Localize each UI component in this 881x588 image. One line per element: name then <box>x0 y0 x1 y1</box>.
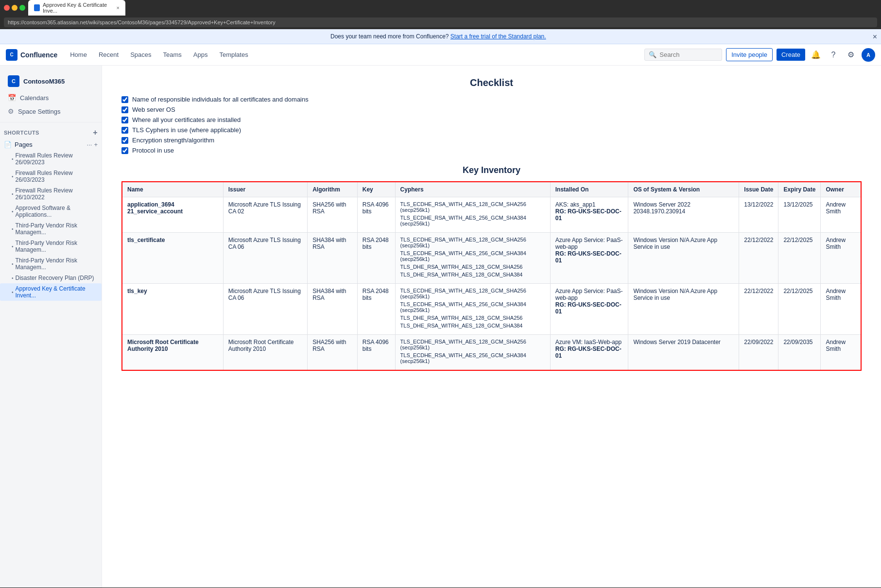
settings-icon: ⚙ <box>8 107 14 115</box>
tab-close-icon[interactable]: × <box>117 5 120 11</box>
checklist-checkbox[interactable] <box>121 137 128 144</box>
brand-icon: C <box>8 75 19 87</box>
checklist-item-label: Protocol in use <box>132 147 174 154</box>
logo-text: Confluence <box>20 51 57 59</box>
sidebar-brand[interactable]: C ContosoM365 <box>4 71 98 91</box>
checklist-checkbox[interactable] <box>121 117 128 123</box>
table-cell-issue-date: 22/12/2022 <box>739 284 778 335</box>
table-cell-expiry-date: 22/09/2035 <box>778 335 821 371</box>
settings-icon[interactable]: ⚙ <box>844 48 858 62</box>
checklist-checkbox[interactable] <box>121 127 128 134</box>
checklist-item: TLS Cyphers in use (where applicable) <box>121 125 862 135</box>
checklist-item-label: Web server OS <box>132 106 175 113</box>
table-header: Cyphers <box>395 182 550 197</box>
browser-tab[interactable]: Approved Key & Certificate Inve... × <box>28 0 125 16</box>
checklist-item-label: Name of responsible individuals for all … <box>132 96 309 103</box>
page-tree-item[interactable]: Third-Party Vendor Risk Managem... <box>0 238 102 255</box>
page-tree-item[interactable]: Approved Key & Certificate Invent... <box>0 283 102 301</box>
table-cell-os: Windows Version N/A Azure App Service in… <box>628 233 739 284</box>
table-cell-algorithm: SHA256 with RSA <box>308 335 358 371</box>
table-cell-cyphers: TLS_ECDHE_RSA_WITH_AES_128_GCM_SHA256 (s… <box>395 197 550 233</box>
checklist-item-label: Encryption strength/algorithm <box>132 137 214 144</box>
table-row: application_3694 21_service_accountMicro… <box>122 197 861 233</box>
nav-right: 🔍 Invite people Create 🔔 ? ⚙ A <box>644 48 875 62</box>
table-cell-installed-on: AKS: aks_app1RG: RG-UKS-SEC-DOC-01 <box>550 197 628 233</box>
pages-add-icon[interactable]: + <box>94 141 98 148</box>
search-box[interactable]: 🔍 <box>644 49 722 61</box>
calendar-icon: 📅 <box>8 94 16 102</box>
shortcuts-add-icon[interactable]: + <box>93 128 98 137</box>
table-cell-name: tls_certificate <box>122 233 223 284</box>
table-row: tls_keyMicrosoft Azure TLS Issuing CA 06… <box>122 284 861 335</box>
table-cell-issue-date: 13/12/2022 <box>739 197 778 233</box>
key-inventory-table: NameIssuerAlgorithmKeyCyphersInstalled O… <box>121 181 862 371</box>
search-input[interactable] <box>659 51 718 58</box>
table-cell-name: tls_key <box>122 284 223 335</box>
upgrade-banner: Does your team need more from Confluence… <box>0 29 881 44</box>
notifications-icon[interactable]: 🔔 <box>809 48 823 62</box>
banner-link[interactable]: Start a free trial of the Standard plan. <box>450 33 546 40</box>
checklist-item: Web server OS <box>121 104 862 115</box>
table-cell-algorithm: SHA256 with RSA <box>308 197 358 233</box>
confluence-logo: C Confluence <box>6 49 57 61</box>
window-min-btn[interactable] <box>12 5 17 11</box>
pages-icon: 📄 <box>4 141 12 148</box>
table-cell-cyphers: TLS_ECDHE_RSA_WITH_AES_128_GCM_SHA256 (s… <box>395 335 550 371</box>
sidebar-brand-section: C ContosoM365 <box>0 71 102 91</box>
help-icon[interactable]: ? <box>827 48 840 62</box>
invite-people-button[interactable]: Invite people <box>726 48 773 61</box>
pages-header: 📄 Pages ··· + <box>0 139 102 150</box>
create-button[interactable]: Create <box>777 49 805 61</box>
pages-more-icon[interactable]: ··· <box>87 141 92 148</box>
banner-text: Does your team need more from Confluence… <box>330 33 449 40</box>
table-cell-owner: Andrew Smith <box>821 197 861 233</box>
nav-apps[interactable]: Apps <box>189 48 213 61</box>
logo-icon: C <box>6 49 17 61</box>
address-input[interactable] <box>4 17 877 27</box>
checklist-item: Where all your certificates are installe… <box>121 115 862 125</box>
page-tree-item[interactable]: Disaster Recovery Plan (DRP) <box>0 273 102 283</box>
page-tree-item[interactable]: Third-Party Vendor Risk Managem... <box>0 220 102 238</box>
table-header: Name <box>122 182 223 197</box>
page-tree-item[interactable]: Firewall Rules Review 26/09/2023 <box>0 150 102 168</box>
sidebar-item-calendars[interactable]: 📅 Calendars <box>4 91 98 104</box>
window-close-btn[interactable] <box>4 5 10 11</box>
checklist-checkbox[interactable] <box>121 96 128 103</box>
calendars-label: Calendars <box>20 94 49 102</box>
table-cell-os: Windows Server 2019 Datacenter <box>628 335 739 371</box>
table-cell-issuer: Microsoft Azure TLS Issuing CA 06 <box>223 284 307 335</box>
nav-teams[interactable]: Teams <box>158 48 187 61</box>
page-tree-item[interactable]: Firewall Rules Review 26/10/2022 <box>0 185 102 203</box>
nav-recent[interactable]: Recent <box>94 48 123 61</box>
table-cell-issue-date: 22/12/2022 <box>739 233 778 284</box>
user-avatar[interactable]: A <box>862 48 875 62</box>
table-header: Expiry Date <box>778 182 821 197</box>
window-max-btn[interactable] <box>19 5 25 11</box>
table-cell-algorithm: SHA384 with RSA <box>308 233 358 284</box>
table-cell-os: Windows Server 2022 20348.1970.230914 <box>628 197 739 233</box>
nav-spaces[interactable]: Spaces <box>125 48 156 61</box>
nav-templates[interactable]: Templates <box>214 48 253 61</box>
table-cell-algorithm: SHA384 with RSA <box>308 284 358 335</box>
pages-label[interactable]: Pages <box>15 141 33 148</box>
browser-chrome: Approved Key & Certificate Inve... × <box>0 0 881 16</box>
page-tree-item[interactable]: Approved Software & Applications... <box>0 203 102 220</box>
nav-home[interactable]: Home <box>65 48 92 61</box>
sidebar: C ContosoM365 📅 Calendars ⚙ Space Settin… <box>0 66 102 588</box>
page-tree-item[interactable]: Firewall Rules Review 26/03/2023 <box>0 168 102 185</box>
main-content: Checklist Name of responsible individual… <box>102 66 881 588</box>
tab-favicon <box>34 4 40 11</box>
table-cell-owner: Andrew Smith <box>821 284 861 335</box>
table-cell-issuer: Microsoft Azure TLS Issuing CA 06 <box>223 233 307 284</box>
sidebar-item-space-settings[interactable]: ⚙ Space Settings <box>4 104 98 118</box>
table-cell-cyphers: TLS_ECDHE_RSA_WITH_AES_128_GCM_SHA256 (s… <box>395 284 550 335</box>
table-header: Owner <box>821 182 861 197</box>
page-tree-item[interactable]: Third-Party Vendor Risk Managem... <box>0 255 102 273</box>
checklist-checkbox[interactable] <box>121 147 128 154</box>
table-cell-os: Windows Version N/A Azure App Service in… <box>628 284 739 335</box>
nav-items: Home Recent Spaces Teams Apps Templates <box>65 48 637 61</box>
banner-close-icon[interactable]: × <box>873 33 877 41</box>
top-nav: C Confluence Home Recent Spaces Teams Ap… <box>0 44 881 66</box>
table-header: Key <box>357 182 395 197</box>
checklist-checkbox[interactable] <box>121 106 128 113</box>
